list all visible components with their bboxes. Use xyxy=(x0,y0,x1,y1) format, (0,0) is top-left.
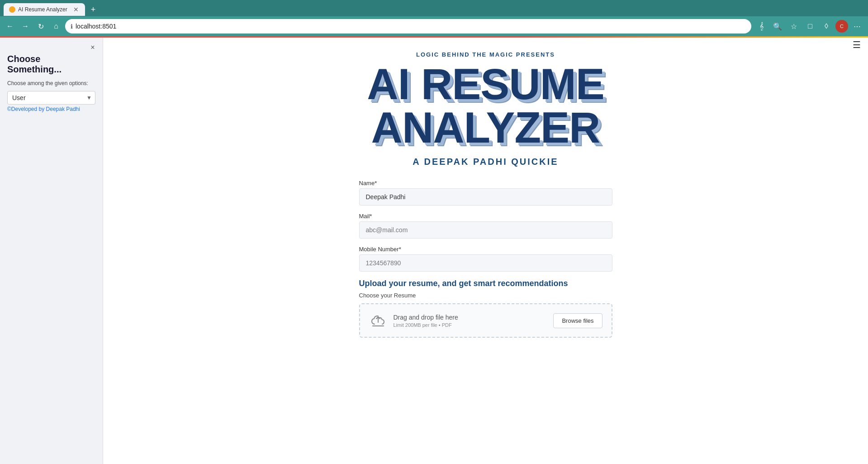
new-tab-button[interactable]: + xyxy=(87,3,100,16)
address-bar[interactable]: ℹ localhost:8501 xyxy=(65,19,751,33)
upload-cloud-icon xyxy=(369,311,387,330)
browser-chrome: AI Resume Analyzer ✕ + ← → ↻ ⌂ ℹ localho… xyxy=(0,0,868,36)
mobile-label: Mobile Number* xyxy=(359,246,612,253)
app-layout: × Choose Something... Choose among the g… xyxy=(0,38,868,464)
favorites-button[interactable]: ☆ xyxy=(787,19,801,33)
settings-button[interactable]: ⋯ xyxy=(850,19,864,33)
info-icon: ℹ xyxy=(71,23,73,30)
browser-tabs: AI Resume Analyzer ✕ + xyxy=(0,0,868,16)
drop-limit-text: Limit 200MB per file • PDF xyxy=(394,322,547,328)
browse-files-button[interactable]: Browse files xyxy=(553,313,602,328)
profile-avatar[interactable]: C xyxy=(835,20,848,33)
developer-credit-link[interactable]: ©Developed by Deepak Padhi xyxy=(7,106,80,112)
title-line2: ANALYZER xyxy=(130,106,841,149)
search-button[interactable]: 🔍 xyxy=(770,19,785,33)
read-aloud-button[interactable]: 𝄞 xyxy=(754,19,768,33)
file-drop-zone[interactable]: Drag and drop file here Limit 200MB per … xyxy=(359,303,612,338)
sidebar: × Choose Something... Choose among the g… xyxy=(0,38,103,464)
hamburger-menu-icon[interactable]: ☰ xyxy=(853,39,861,50)
upload-header: Upload your resume, and get smart recomm… xyxy=(359,279,612,288)
upload-sublabel: Choose your Resume xyxy=(359,292,612,299)
address-text: localhost:8501 xyxy=(76,23,746,30)
drop-main-text: Drag and drop file here xyxy=(394,314,547,321)
browser-toolbar: ← → ↻ ⌂ ℹ localhost:8501 𝄞 🔍 ☆ □ ◊ C ⋯ xyxy=(0,16,868,36)
tab-label: AI Resume Analyzer xyxy=(18,6,70,13)
sidebar-close-button[interactable]: × xyxy=(88,43,97,52)
tab-close-icon[interactable]: ✕ xyxy=(72,6,80,13)
sidebar-description: Choose among the given options: xyxy=(7,80,95,86)
drop-zone-text: Drag and drop file here Limit 200MB per … xyxy=(394,314,547,328)
sidebar-title: Choose Something... xyxy=(7,54,95,75)
title-line1: AI RESUME xyxy=(130,62,841,106)
name-input[interactable] xyxy=(359,188,612,206)
forward-button[interactable]: → xyxy=(19,20,32,33)
presenter-label: LOGIC BEHIND THE MAGIC PRESENTS xyxy=(130,51,841,58)
subtitle-label: A DEEPAK PADHI QUICKIE xyxy=(130,157,841,167)
collections-button[interactable]: □ xyxy=(803,19,817,33)
main-title: AI RESUME ANALYZER xyxy=(130,62,841,149)
tab-favicon-icon xyxy=(9,6,15,13)
role-select[interactable]: User Admin HR xyxy=(7,91,95,105)
main-content: ☰ LOGIC BEHIND THE MAGIC PRESENTS AI RES… xyxy=(103,38,868,464)
home-button[interactable]: ⌂ xyxy=(50,20,62,33)
back-button[interactable]: ← xyxy=(4,20,16,33)
name-label: Name* xyxy=(359,180,612,187)
resume-form: Name* Mail* Mobile Number* Upload your r… xyxy=(359,180,612,338)
reload-button[interactable]: ↻ xyxy=(34,20,47,33)
active-tab[interactable]: AI Resume Analyzer ✕ xyxy=(4,3,85,16)
mobile-input[interactable] xyxy=(359,254,612,272)
mail-label: Mail* xyxy=(359,213,612,220)
browser-essentials-button[interactable]: ◊ xyxy=(819,19,834,33)
mail-input[interactable] xyxy=(359,221,612,239)
toolbar-actions: 𝄞 🔍 ☆ □ ◊ C ⋯ xyxy=(754,19,864,33)
role-select-wrapper: User Admin HR ▼ xyxy=(7,91,95,105)
